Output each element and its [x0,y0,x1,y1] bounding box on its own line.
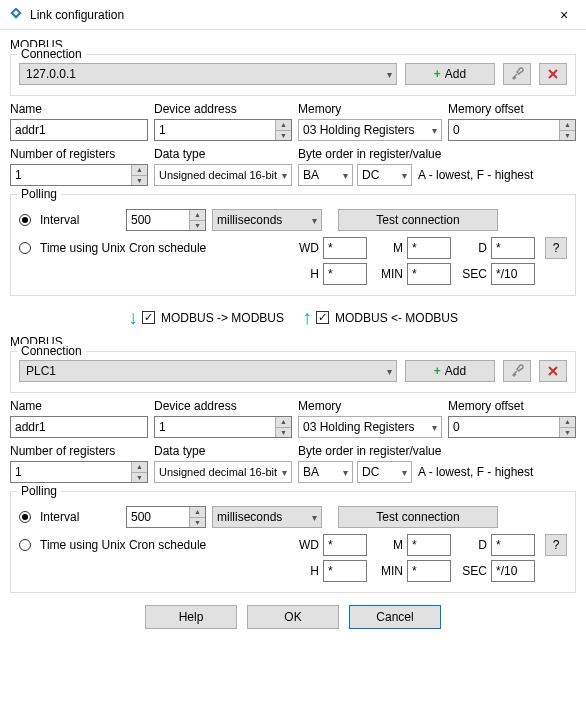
spinner-buttons[interactable]: ▲▼ [131,462,147,482]
titlebar: Link configuration × [0,0,586,30]
polling-legend: Polling [17,187,61,201]
chevron-down-icon: ▾ [387,69,392,80]
chevron-down-icon: ▾ [312,215,317,226]
cron-m-input-lower[interactable]: * [407,534,451,556]
close-button[interactable]: × [542,0,586,30]
memory-label: Memory [298,399,442,413]
cron-m-input-upper[interactable]: * [407,237,451,259]
name-input-upper[interactable]: addr1 [10,119,148,141]
cron-wd-input-lower[interactable]: * [323,534,367,556]
spinner-buttons[interactable]: ▲▼ [559,417,575,437]
cron-sec-input-upper[interactable]: */10 [491,263,535,285]
spinner-buttons[interactable]: ▲▼ [559,120,575,140]
byte-order-dc-upper[interactable]: DC▾ [357,164,412,186]
x-icon [547,365,559,377]
chevron-down-icon: ▾ [282,170,287,181]
spinner-buttons[interactable]: ▲▼ [189,210,205,230]
close-icon: × [560,7,568,23]
interval-unit-select-lower[interactable]: milliseconds▾ [212,506,322,528]
cron-h-input-lower[interactable]: * [323,560,367,582]
byte-order-ba-upper[interactable]: BA▾ [298,164,353,186]
cron-help-button-lower[interactable]: ? [545,534,567,556]
chevron-down-icon: ▾ [402,170,407,181]
x-icon [547,68,559,80]
modbus-lower-label: MODBUS [10,335,576,349]
cron-h-label: H [293,267,319,281]
cron-wd-input-upper[interactable]: * [323,237,367,259]
byte-order-ba-lower[interactable]: BA▾ [298,461,353,483]
interval-input-upper[interactable]: 500▲▼ [126,209,206,231]
data-type-select-upper[interactable]: Unsigned decimal 16-bit▾ [154,164,292,186]
connection-select-lower[interactable]: PLC1 ▾ [19,360,397,382]
data-type-select-lower[interactable]: Unsigned decimal 16-bit▾ [154,461,292,483]
cancel-button[interactable]: Cancel [349,605,441,629]
cron-min-input-upper[interactable]: * [407,263,451,285]
interval-label: Interval [40,213,120,227]
cron-sec-input-lower[interactable]: */10 [491,560,535,582]
arrow-down-icon: ↓ [128,306,138,329]
arrow-up-icon: ↑ [302,306,312,329]
polling-legend: Polling [17,484,61,498]
device-address-input-upper[interactable]: 1▲▼ [154,119,292,141]
spinner-buttons[interactable]: ▲▼ [275,120,291,140]
test-connection-button-lower[interactable]: Test connection [338,506,498,528]
help-button[interactable]: Help [145,605,237,629]
cron-help-button-upper[interactable]: ? [545,237,567,259]
memory-offset-input-upper[interactable]: 0▲▼ [448,119,576,141]
memory-offset-label: Memory offset [448,399,576,413]
connection-legend: Connection [17,47,86,61]
interval-input-lower[interactable]: 500▲▼ [126,506,206,528]
memory-select-upper[interactable]: 03 Holding Registers▾ [298,119,442,141]
byte-order-dc-lower[interactable]: DC▾ [357,461,412,483]
add-button-upper[interactable]: + Add [405,63,495,85]
delete-button-lower[interactable] [539,360,567,382]
cron-min-input-lower[interactable]: * [407,560,451,582]
byte-order-label: Byte order in register/value [298,444,576,458]
test-connection-button-upper[interactable]: Test connection [338,209,498,231]
spinner-buttons[interactable]: ▲▼ [131,165,147,185]
memory-offset-input-lower[interactable]: 0▲▼ [448,416,576,438]
cron-radio-lower[interactable] [19,539,31,551]
settings-button-lower[interactable] [503,360,531,382]
cron-d-input-lower[interactable]: * [491,534,535,556]
ok-button[interactable]: OK [247,605,339,629]
device-address-input-lower[interactable]: 1▲▼ [154,416,292,438]
cron-min-label: MIN [377,267,403,281]
direction-fwd-checkbox[interactable] [142,311,155,324]
cron-d-input-upper[interactable]: * [491,237,535,259]
cron-d-label: D [461,241,487,255]
cron-label: Time using Unix Cron schedule [40,538,220,552]
cron-m-label: M [377,241,403,255]
name-input-lower[interactable]: addr1 [10,416,148,438]
cron-h-input-upper[interactable]: * [323,263,367,285]
cron-radio-upper[interactable] [19,242,31,254]
chevron-down-icon: ▾ [312,512,317,523]
cron-label: Time using Unix Cron schedule [40,241,220,255]
numreg-label: Number of registers [10,444,148,458]
memory-select-lower[interactable]: 03 Holding Registers▾ [298,416,442,438]
numreg-input-upper[interactable]: 1▲▼ [10,164,148,186]
interval-radio-lower[interactable] [19,511,31,523]
connection-select-upper[interactable]: 127.0.0.1 ▾ [19,63,397,85]
name-label: Name [10,399,148,413]
name-label: Name [10,102,148,116]
direction-fwd-label: MODBUS -> MODBUS [161,311,284,325]
byte-order-hint: A - lowest, F - highest [418,465,533,479]
interval-radio-upper[interactable] [19,214,31,226]
numreg-label: Number of registers [10,147,148,161]
memory-offset-label: Memory offset [448,102,576,116]
cron-wd-label: WD [293,538,319,552]
direction-bwd-label: MODBUS <- MODBUS [335,311,458,325]
spinner-buttons[interactable]: ▲▼ [189,507,205,527]
interval-unit-select-upper[interactable]: milliseconds▾ [212,209,322,231]
wrench-icon [510,67,524,81]
chevron-down-icon: ▾ [432,422,437,433]
add-button-lower[interactable]: + Add [405,360,495,382]
cron-sec-label: SEC [461,267,487,281]
numreg-input-lower[interactable]: 1▲▼ [10,461,148,483]
settings-button-upper[interactable] [503,63,531,85]
direction-bwd-checkbox[interactable] [316,311,329,324]
data-type-label: Data type [154,147,292,161]
delete-button-upper[interactable] [539,63,567,85]
spinner-buttons[interactable]: ▲▼ [275,417,291,437]
